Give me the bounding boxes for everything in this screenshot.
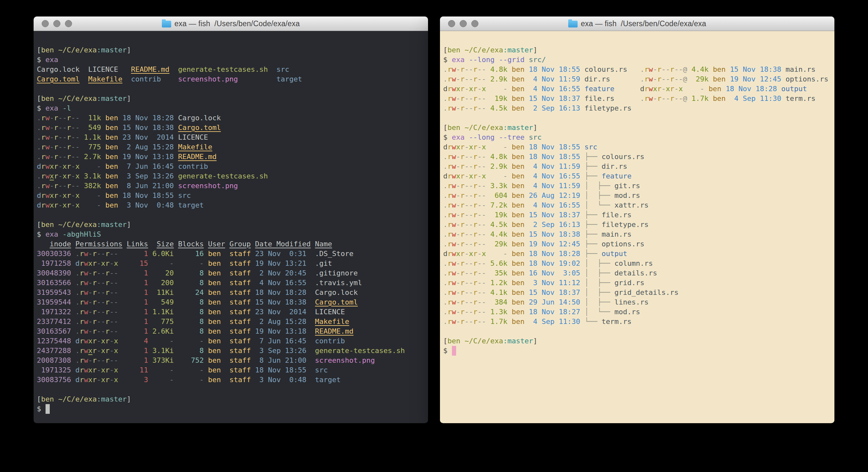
window-titlebar[interactable]: exa — fish /Users/ben/Code/exa/exa	[34, 17, 428, 31]
text-run: 18 Nov 18:55	[529, 65, 580, 73]
text-run	[687, 65, 691, 73]
permission-char: r	[105, 279, 110, 287]
permission-char: w	[452, 172, 456, 180]
window-titlebar[interactable]: exa — fish /Users/ben/Code/exa/exa	[440, 17, 834, 31]
minimize-button[interactable]	[460, 20, 467, 27]
text-run	[580, 288, 584, 296]
folder-icon[interactable]	[568, 21, 578, 28]
text-run: User	[208, 240, 225, 248]
text-run	[525, 220, 529, 229]
zoom-button[interactable]	[471, 20, 478, 27]
text-run: 18 Nov 18:55	[529, 153, 580, 161]
text-run	[118, 356, 127, 364]
text-run: x	[88, 347, 92, 355]
permission-char: -	[469, 308, 473, 316]
text-run: 752	[178, 356, 204, 364]
text-run: --tree	[499, 133, 524, 141]
permission-char: -	[482, 191, 486, 200]
permission-char: w	[452, 259, 456, 267]
permission-char: -	[97, 298, 101, 306]
permission-char: -	[456, 259, 460, 267]
permission-char: -	[110, 279, 114, 287]
text-run: ben	[105, 172, 118, 180]
permission-char: r	[473, 172, 477, 180]
text-run	[148, 259, 152, 267]
terminal-content[interactable]: [ben ~/C/e/exa:master]$ exaCargo.lock LI…	[34, 31, 428, 423]
text-run: ]	[533, 123, 537, 131]
text-run: contrib	[315, 337, 345, 345]
text-run	[118, 249, 127, 258]
permission-char: -	[465, 288, 469, 296]
folder-icon[interactable]	[162, 21, 171, 28]
permission-char: -	[456, 269, 460, 277]
permission-char: r	[41, 153, 45, 161]
close-button[interactable]	[448, 20, 455, 27]
permission-char: -	[477, 143, 482, 151]
permission-char: -	[110, 337, 114, 345]
text-run: ben	[512, 211, 525, 219]
permission-char: -	[482, 162, 486, 170]
permission-char: r	[460, 230, 465, 238]
permission-char: -	[456, 318, 460, 326]
text-run: 11Ki	[153, 288, 174, 296]
permission-char: -	[666, 94, 670, 102]
permission-char: r	[54, 133, 58, 141]
text-run: ben	[208, 298, 221, 306]
text-run: exa	[452, 133, 465, 141]
text-run	[507, 65, 512, 73]
permission-char: -	[456, 211, 460, 219]
terminal-line: inode Permissions Links Size Blocks User…	[37, 239, 425, 249]
terminal-line: [ben ~/C/e/exa:master]	[443, 123, 831, 132]
text-run: staff	[229, 337, 251, 345]
text-run: ben	[713, 94, 726, 102]
text-run	[507, 288, 512, 296]
terminal-content[interactable]: [ben ~/C/e/exa:master]$ exa --long --gri…	[440, 31, 834, 423]
text-run: 18 Nov 18:28	[122, 114, 174, 122]
text-run: 4.5k	[490, 220, 507, 229]
text-run: -	[84, 162, 101, 170]
text-run	[525, 182, 529, 190]
permission-char: .	[75, 279, 80, 287]
permission-char: .	[443, 75, 447, 83]
text-run	[486, 240, 490, 248]
permission-char: -	[465, 65, 469, 73]
text-run: README.md	[315, 327, 353, 335]
text-run	[486, 230, 490, 238]
text-run	[221, 366, 230, 374]
text-run	[71, 240, 75, 248]
text-run: ben	[512, 172, 525, 180]
permission-char: x	[63, 191, 67, 200]
text-run	[311, 240, 315, 248]
minimize-button[interactable]	[53, 20, 60, 27]
text-run	[174, 327, 178, 335]
terminal-line: 23377412 .rw-r--r-- 1 775 8 ben staff 2 …	[37, 317, 425, 326]
text-run: ben	[512, 308, 525, 316]
text-run: │ ├──	[584, 259, 614, 267]
terminal-line: .rw-r--r-- 2.9k ben 4 Nov 11:59 dir.rs .…	[443, 75, 831, 84]
permission-char: r	[54, 153, 58, 161]
text-run	[148, 279, 152, 287]
permission-char: -	[88, 318, 92, 326]
text-run	[507, 172, 512, 180]
terminal-line: drwxr-xr-x - ben 7 Jun 16:45 contrib	[37, 161, 425, 171]
permission-char: -	[465, 153, 469, 161]
text-run	[174, 288, 178, 296]
text-run: Date Modified	[255, 240, 311, 248]
permission-char: w	[452, 182, 456, 190]
text-run	[221, 308, 230, 316]
permission-char: x	[114, 376, 118, 384]
permission-char: r	[447, 211, 452, 219]
permission-char: -	[469, 65, 473, 73]
permission-char: r	[92, 279, 97, 287]
terminal-line: .rw-r--r-- 5.6k ben 18 Nov 19:02 │ ├── c…	[443, 259, 831, 268]
close-button[interactable]	[42, 20, 49, 27]
permission-char: x	[63, 162, 67, 170]
text-run: 1	[127, 279, 148, 287]
zoom-button[interactable]	[65, 20, 72, 27]
permission-char: x	[469, 143, 473, 151]
text-run: Makefile	[315, 318, 349, 326]
permission-char: .	[37, 153, 41, 161]
permission-char: .	[640, 65, 644, 73]
permission-char: w	[452, 104, 456, 112]
text-run	[307, 356, 315, 364]
